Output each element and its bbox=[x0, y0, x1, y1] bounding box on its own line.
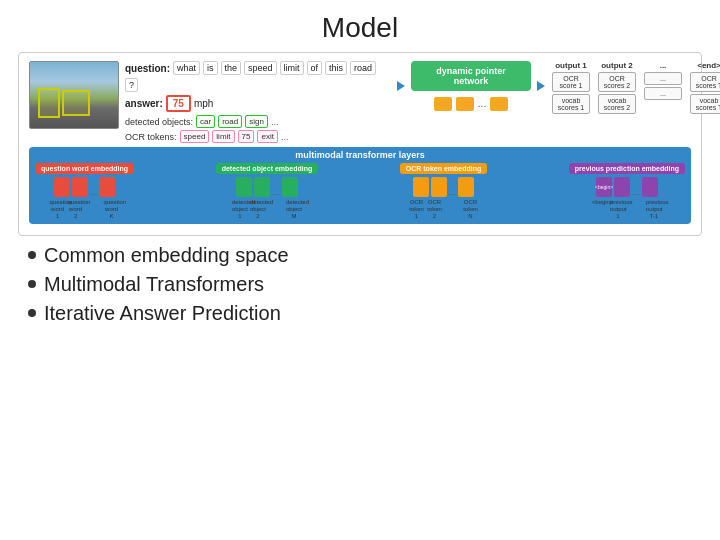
word-this: this bbox=[325, 61, 347, 75]
prev-box-t1 bbox=[642, 177, 658, 197]
prev-sublabels: <begin> previous output 1 previous outpu… bbox=[592, 199, 662, 221]
question-embed-group: question word embedding ... question wor… bbox=[35, 163, 134, 221]
ocr-box-n bbox=[458, 177, 474, 197]
prev-box-1 bbox=[614, 177, 630, 197]
word-road: road bbox=[350, 61, 376, 75]
det-sub-m: detected object M bbox=[286, 199, 302, 221]
question-embed-label: question word embedding bbox=[35, 163, 134, 174]
page-title: Model bbox=[0, 0, 720, 52]
q-sub-1: question word 1 bbox=[50, 199, 66, 221]
prev-sub-1: previous output 1 bbox=[610, 199, 626, 221]
output-section: output 1 OCR score 1 vocab scores 1 outp… bbox=[551, 61, 691, 117]
pointer-dots: ... bbox=[478, 97, 486, 111]
question-row: question: what is the speed limit of thi… bbox=[125, 61, 391, 92]
det-dots-embed: ... bbox=[272, 187, 280, 197]
word-is: is bbox=[203, 61, 218, 75]
output-2-header: output 2 bbox=[601, 61, 633, 70]
ocr-sub-dots bbox=[445, 199, 461, 221]
arrow-to-output bbox=[537, 61, 545, 91]
ocr-score-1: OCR score 1 bbox=[552, 72, 590, 92]
vocab-scores-2: vocab scores 2 bbox=[598, 94, 636, 114]
detected-embed-group: detected object embedding ... detected o… bbox=[216, 163, 319, 221]
ocr-limit: limit bbox=[212, 130, 234, 143]
bullets-section: Common embedding space Multimodal Transf… bbox=[28, 244, 702, 325]
transformer-section: multimodal transformer layers question w… bbox=[29, 147, 691, 224]
prev-sub-t1: previous output T-1 bbox=[646, 199, 662, 221]
det-sign: sign bbox=[245, 115, 268, 128]
answer-row: answer: 75 mph bbox=[125, 95, 391, 112]
ocr-75: 75 bbox=[238, 130, 255, 143]
detected-label: detected objects: bbox=[125, 117, 193, 127]
bullet-1: Common embedding space bbox=[28, 244, 702, 267]
answer-unit: mph bbox=[194, 98, 213, 109]
det-road: road bbox=[218, 115, 242, 128]
pointer-arrows: ... bbox=[434, 97, 508, 111]
det-boxes: ... bbox=[236, 177, 298, 197]
word-limit: limit bbox=[280, 61, 304, 75]
output-col-dots: ... ... ... bbox=[643, 61, 683, 114]
answer-value: 75 bbox=[166, 95, 191, 112]
q-sub-2: question word 2 bbox=[68, 199, 84, 221]
ocr-dots-embed: ... bbox=[449, 187, 457, 197]
ocr-sub-n: OCR token N bbox=[463, 199, 479, 221]
bullet-text-3: Iterative Answer Prediction bbox=[44, 302, 281, 325]
bullet-dot-3 bbox=[28, 309, 36, 317]
detected-embed-label: detected object embedding bbox=[216, 163, 319, 174]
sign-box-1 bbox=[38, 88, 60, 118]
word-of: of bbox=[307, 61, 323, 75]
output-col-1: output 1 OCR score 1 vocab scores 1 bbox=[551, 61, 591, 114]
prev-sub-dots bbox=[628, 199, 644, 221]
orange-box-1 bbox=[434, 97, 452, 111]
answer-label: answer: bbox=[125, 98, 163, 109]
bullet-text-1: Common embedding space bbox=[44, 244, 289, 267]
vocab-scores-t: vocab scores T bbox=[690, 94, 720, 114]
qa-section: question: what is the speed limit of thi… bbox=[125, 61, 391, 143]
det-sub-dots bbox=[268, 199, 284, 221]
det-dots: ... bbox=[271, 117, 279, 127]
q-box-2 bbox=[72, 177, 88, 197]
bullet-dot-2 bbox=[28, 280, 36, 288]
det-box-1 bbox=[236, 177, 252, 197]
ocr-scores-t: OCR scores T bbox=[690, 72, 720, 92]
q-sub-k: question word K bbox=[104, 199, 120, 221]
vocab-score-1: vocab scores 1 bbox=[552, 94, 590, 114]
output-col-end: <end> OCR scores T vocab scores T bbox=[689, 61, 720, 114]
q-dots: ... bbox=[90, 187, 98, 197]
word-speed: speed bbox=[244, 61, 277, 75]
ocr-dots: ... bbox=[281, 132, 289, 142]
word-q: ? bbox=[125, 78, 138, 92]
q-boxes: ... bbox=[54, 177, 116, 197]
ocr-embed-group: OCR token embedding ... OCR token 1 OCR … bbox=[400, 163, 487, 221]
dots-1: ... bbox=[644, 72, 682, 85]
output-end-header: <end> bbox=[697, 61, 720, 70]
q-sub-dots bbox=[86, 199, 102, 221]
prev-sub-begin: <begin> bbox=[592, 199, 608, 221]
q-box-1 bbox=[54, 177, 70, 197]
prev-box-begin: <begin> bbox=[596, 177, 612, 197]
ocr-scores-2: OCR scores 2 bbox=[598, 72, 636, 92]
bullet-dot-1 bbox=[28, 251, 36, 259]
dots-2: ... bbox=[644, 87, 682, 100]
det-car: car bbox=[196, 115, 215, 128]
orange-box-3 bbox=[490, 97, 508, 111]
det-sublabels: detected object 1 detected object 2 dete… bbox=[232, 199, 302, 221]
output-header-row: output 1 OCR score 1 vocab scores 1 outp… bbox=[551, 61, 720, 114]
q-sublabels: question word 1 question word 2 question… bbox=[50, 199, 120, 221]
det-sub-1: detected object 1 bbox=[232, 199, 248, 221]
ocr-sub-1: OCR token 1 bbox=[409, 199, 425, 221]
top-section: question: what is the speed limit of thi… bbox=[29, 61, 691, 143]
ocr-label: OCR tokens: bbox=[125, 132, 177, 142]
embeddings-row: question word embedding ... question wor… bbox=[35, 163, 685, 221]
ocr-boxes: ... bbox=[413, 177, 475, 197]
detected-row: detected objects: car road sign ... bbox=[125, 115, 391, 128]
det-sub-2: detected object 2 bbox=[250, 199, 266, 221]
bullet-2: Multimodal Transformers bbox=[28, 273, 702, 296]
ocr-box-1 bbox=[413, 177, 429, 197]
arrow-to-pointer bbox=[397, 61, 405, 91]
ocr-box-2 bbox=[431, 177, 447, 197]
ocr-speed: speed bbox=[180, 130, 210, 143]
dynamic-pointer-box: dynamic pointer network bbox=[411, 61, 531, 91]
transformer-label: multimodal transformer layers bbox=[35, 150, 685, 160]
output-col-2: output 2 OCR scores 2 vocab scores 2 bbox=[597, 61, 637, 114]
diagram-container: question: what is the speed limit of thi… bbox=[18, 52, 702, 236]
